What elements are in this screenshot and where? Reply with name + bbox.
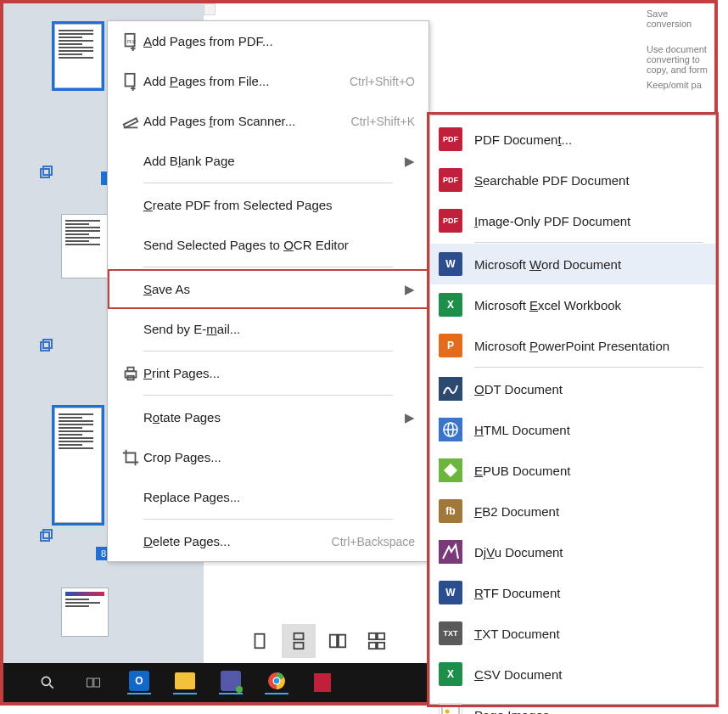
menu-separator xyxy=(143,519,393,520)
save-as-item[interactable]: Save As ▶ xyxy=(108,269,428,309)
option-label: DjVu Document xyxy=(474,545,563,559)
view-two-page-button[interactable] xyxy=(321,624,355,658)
save-as-option[interactable]: HTML Document xyxy=(430,409,715,450)
printer-icon xyxy=(118,364,143,383)
save-as-option[interactable]: DjVu Document xyxy=(430,531,715,572)
info-text: Keep/omit pa xyxy=(647,80,711,90)
svg-rect-3 xyxy=(43,340,52,348)
save-as-option[interactable]: EPUB Document xyxy=(430,450,715,491)
pdf-page-icon: PDF xyxy=(118,32,143,51)
svg-rect-1 xyxy=(43,166,52,175)
stack-icon xyxy=(38,165,53,180)
create-pdf-item[interactable]: Create PDF from Selected Pages xyxy=(108,185,428,225)
format-icon: PDF xyxy=(439,209,462,233)
add-pages-from-file-item[interactable]: Add Pages from File... Ctrl+Shift+O xyxy=(108,61,428,101)
submenu-arrow-icon: ▶ xyxy=(405,282,415,297)
format-icon: fb xyxy=(439,499,462,523)
menu-label: Add Pages from File... xyxy=(143,74,350,88)
svg-text:PDF: PDF xyxy=(126,38,137,43)
option-label: HTML Document xyxy=(474,423,570,437)
delete-pages-item[interactable]: Delete Pages... Ctrl+Backspace xyxy=(108,521,428,561)
send-by-email-item[interactable]: Send by E-mail... xyxy=(108,309,428,349)
file-explorer-icon[interactable] xyxy=(173,671,197,694)
save-as-option[interactable]: WMicrosoft Word Document xyxy=(430,244,715,284)
context-menu: PDF Add Pages from PDF... Add Pages from… xyxy=(107,20,429,562)
format-icon xyxy=(439,703,462,714)
svg-rect-12 xyxy=(378,633,384,639)
option-label: Page Images... xyxy=(474,708,560,715)
svg-point-42 xyxy=(445,710,450,714)
format-icon: X xyxy=(439,662,462,686)
add-pages-from-pdf-item[interactable]: PDF Add Pages from PDF... xyxy=(108,21,428,61)
svg-rect-6 xyxy=(255,634,265,649)
task-view-icon[interactable] xyxy=(81,671,105,694)
outlook-icon[interactable]: O xyxy=(127,671,151,694)
svg-rect-14 xyxy=(378,643,384,649)
add-pages-from-scanner-item[interactable]: Add Pages from Scanner... Ctrl+Shift+K xyxy=(108,101,428,141)
save-as-option[interactable]: fbFB2 Document xyxy=(430,491,715,531)
format-icon: X xyxy=(439,293,462,317)
chrome-icon[interactable] xyxy=(265,671,288,694)
app-icon[interactable] xyxy=(311,671,334,694)
send-to-ocr-item[interactable]: Send Selected Pages to OCR Editor xyxy=(108,225,428,265)
format-icon xyxy=(439,458,462,482)
stack-icon xyxy=(38,338,53,353)
option-label: EPUB Document xyxy=(474,464,570,478)
format-icon: PDF xyxy=(439,168,462,192)
menu-label: Crop Pages... xyxy=(143,450,415,464)
rotate-pages-item[interactable]: Rotate Pages ▶ xyxy=(108,397,428,437)
format-icon xyxy=(439,540,462,564)
svg-rect-17 xyxy=(87,678,93,687)
shortcut-hint: Ctrl+Shift+K xyxy=(351,115,415,128)
menu-separator xyxy=(143,351,393,351)
svg-rect-11 xyxy=(369,633,376,639)
info-text: Use document xyxy=(647,44,711,54)
format-icon xyxy=(439,418,462,441)
menu-separator xyxy=(474,242,703,243)
format-icon xyxy=(439,377,462,401)
replace-pages-item[interactable]: Replace Pages... xyxy=(108,477,428,517)
svg-point-21 xyxy=(274,678,279,683)
save-as-option[interactable]: Page Images... xyxy=(430,694,715,714)
crop-pages-item[interactable]: Crop Pages... xyxy=(108,437,428,477)
stack-icon xyxy=(38,528,53,543)
option-label: Microsoft PowerPoint Presentation xyxy=(474,339,669,353)
save-as-option[interactable]: ODT Document xyxy=(430,368,715,409)
info-panel: Save conversion Use document converting … xyxy=(647,3,714,117)
menu-separator xyxy=(143,395,393,396)
option-label: Microsoft Excel Workbook xyxy=(474,298,621,312)
option-label: CSV Document xyxy=(474,667,562,682)
menu-label: Replace Pages... xyxy=(143,490,415,504)
scanner-icon xyxy=(118,112,143,131)
format-icon: PDF xyxy=(439,127,462,151)
save-as-option[interactable]: PDFPDF Document... xyxy=(430,119,715,160)
svg-rect-10 xyxy=(339,635,345,648)
format-icon: TXT xyxy=(439,621,462,645)
scroll-up-button[interactable] xyxy=(204,3,216,15)
info-text: Save conversion xyxy=(647,8,711,29)
print-pages-item[interactable]: Print Pages... xyxy=(108,353,428,393)
add-blank-page-item[interactable]: Add Blank Page ▶ xyxy=(108,141,428,181)
teams-icon[interactable] xyxy=(219,671,243,694)
view-two-continuous-button[interactable] xyxy=(360,624,394,658)
page-thumbnail[interactable] xyxy=(61,214,109,278)
menu-label: Print Pages... xyxy=(143,366,415,380)
save-as-option[interactable]: XMicrosoft Excel Workbook xyxy=(430,284,715,325)
page-thumbnail[interactable] xyxy=(54,24,102,88)
save-as-option[interactable]: XCSV Document xyxy=(430,654,715,694)
save-as-option[interactable]: WRTF Document xyxy=(430,572,715,613)
menu-label: Send by E-mail... xyxy=(143,322,415,336)
option-label: RTF Document xyxy=(474,586,560,600)
page-thumbnail[interactable] xyxy=(61,588,109,637)
view-continuous-button[interactable] xyxy=(282,624,316,658)
menu-separator xyxy=(143,183,393,183)
save-as-option[interactable]: PDFImage-Only PDF Document xyxy=(430,200,715,241)
page-thumbnail[interactable] xyxy=(54,408,102,523)
save-as-option[interactable]: PDFSearchable PDF Document xyxy=(430,160,715,200)
save-as-option[interactable]: PMicrosoft PowerPoint Presentation xyxy=(430,325,715,366)
format-icon: P xyxy=(439,334,462,357)
search-icon[interactable] xyxy=(36,671,59,694)
svg-point-15 xyxy=(42,677,50,685)
save-as-option[interactable]: TXTTXT Document xyxy=(430,613,715,654)
view-single-page-button[interactable] xyxy=(243,624,277,658)
